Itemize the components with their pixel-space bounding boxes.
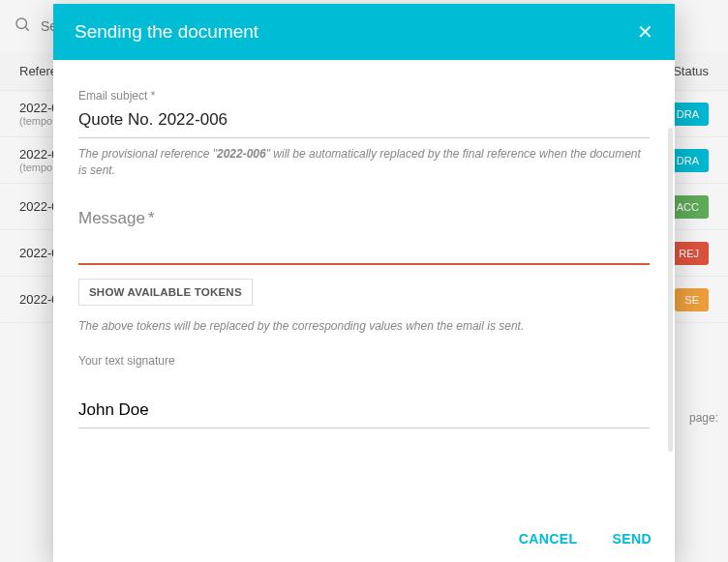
modal-header: Sending the document ✕ (53, 4, 675, 60)
email-subject-input[interactable] (78, 104, 650, 138)
modal-body: Email subject * The provisional referenc… (53, 60, 675, 519)
show-tokens-button[interactable]: SHOW AVAILABLE TOKENS (78, 279, 253, 306)
close-icon[interactable]: ✕ (637, 22, 653, 42)
tokens-note: The above tokens will be replaced by the… (78, 319, 650, 333)
modal-footer: CANCEL SEND (53, 519, 675, 562)
message-label: Message* (78, 209, 155, 227)
scrollbar[interactable] (668, 128, 673, 452)
message-underline (78, 263, 650, 265)
email-subject-label: Email subject * (78, 89, 650, 103)
signature-input[interactable] (78, 395, 650, 429)
send-button[interactable]: SEND (613, 531, 652, 547)
provisional-reference-note: The provisional reference "2022-006" wil… (78, 146, 650, 180)
modal-title: Sending the document (75, 21, 258, 43)
cancel-button[interactable]: CANCEL (519, 531, 578, 547)
send-document-modal: Sending the document ✕ Email subject * T… (53, 4, 675, 562)
signature-label: Your text signature (78, 354, 650, 368)
message-field[interactable]: Message* (78, 209, 650, 265)
